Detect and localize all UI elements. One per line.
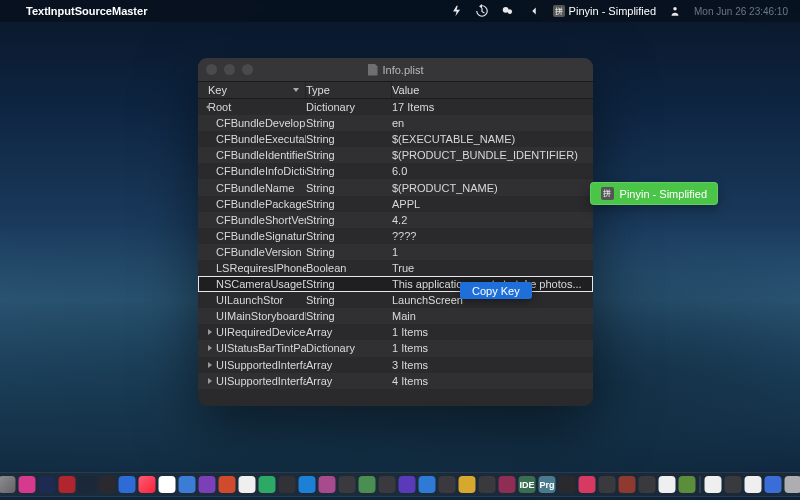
- row-value[interactable]: 3 Items: [392, 359, 593, 371]
- row-type[interactable]: Dictionary: [306, 101, 392, 113]
- dock-icon-app24[interactable]: [499, 476, 516, 493]
- close-button[interactable]: [206, 64, 217, 75]
- dock-icon-app25[interactable]: [559, 476, 576, 493]
- row-key[interactable]: CFBundleIdentifier: [198, 149, 306, 161]
- row-value[interactable]: True: [392, 262, 593, 274]
- minimize-button[interactable]: [224, 64, 235, 75]
- dock-icon-app18[interactable]: [379, 476, 396, 493]
- dock-icon-app29[interactable]: [639, 476, 656, 493]
- row-type[interactable]: String: [306, 246, 392, 258]
- dock-icon-app14[interactable]: [299, 476, 316, 493]
- row-type[interactable]: String: [306, 149, 392, 161]
- dock-icon-app34[interactable]: [745, 476, 762, 493]
- dock-icon-app20[interactable]: [419, 476, 436, 493]
- table-row[interactable]: CFBundleShortVersionStringString4.2: [198, 212, 593, 228]
- row-value[interactable]: 1 Items: [392, 326, 593, 338]
- row-value[interactable]: $(EXECUTABLE_NAME): [392, 133, 593, 145]
- timemachine-icon[interactable]: [475, 4, 489, 18]
- app-name[interactable]: TextInputSourceMaster: [26, 5, 147, 17]
- dock-icon-app23[interactable]: [479, 476, 496, 493]
- dock-icon-app17[interactable]: [359, 476, 376, 493]
- row-type[interactable]: String: [306, 133, 392, 145]
- table-row[interactable]: UIMainStoryboardFileStringMain: [198, 308, 593, 324]
- chevron-left-icon[interactable]: [527, 4, 541, 18]
- user-switch-icon[interactable]: [668, 4, 682, 18]
- row-key[interactable]: CFBundleVersion: [198, 246, 306, 258]
- input-method-popup[interactable]: 拼 Pinyin - Simplified: [590, 182, 718, 205]
- table-row[interactable]: NSCameraUsageDescriptionStringThis appli…: [198, 276, 593, 292]
- row-value[interactable]: $(PRODUCT_NAME): [392, 182, 593, 194]
- row-value[interactable]: 1 Items: [392, 342, 593, 354]
- row-key[interactable]: UILaunchStor: [198, 294, 306, 306]
- row-type[interactable]: Boolean: [306, 262, 392, 274]
- row-type[interactable]: String: [306, 198, 392, 210]
- dock-icon-app36[interactable]: [785, 476, 801, 493]
- row-key[interactable]: UIStatusBarTintParameters: [198, 342, 306, 354]
- table-row[interactable]: UIStatusBarTintParametersDictionary1 Ite…: [198, 340, 593, 356]
- row-type[interactable]: String: [306, 310, 392, 322]
- row-key[interactable]: CFBundlePackageType: [198, 198, 306, 210]
- dock-icon-app26[interactable]: [579, 476, 596, 493]
- row-type[interactable]: String: [306, 182, 392, 194]
- row-key[interactable]: CFBundleSignature: [198, 230, 306, 242]
- dock-icon-app32[interactable]: [705, 476, 722, 493]
- dock-icon-music[interactable]: [139, 476, 156, 493]
- row-key[interactable]: Root: [198, 101, 306, 113]
- row-type[interactable]: Dictionary: [306, 342, 392, 354]
- dock-icon-app13[interactable]: [279, 476, 296, 493]
- row-value[interactable]: Main: [392, 310, 593, 322]
- table-row[interactable]: UISupportedInterfaceOrientationsArray3 I…: [198, 357, 593, 373]
- row-type[interactable]: String: [306, 294, 392, 306]
- table-row[interactable]: UIRequiredDeviceCapabilitiesArray1 Items: [198, 324, 593, 340]
- row-key[interactable]: UISupportedInterfaceOrientation...: [198, 375, 306, 387]
- row-value[interactable]: $(PRODUCT_BUNDLE_IDENTIFIER): [392, 149, 593, 161]
- dock-icon-app2[interactable]: [39, 476, 56, 493]
- row-key[interactable]: NSCameraUsageDescription: [198, 278, 306, 290]
- row-key[interactable]: UISupportedInterfaceOrientations: [198, 359, 306, 371]
- row-type[interactable]: String: [306, 214, 392, 226]
- dock-icon-app22[interactable]: [459, 476, 476, 493]
- row-key[interactable]: CFBundleInfoDictionaryVersion: [198, 165, 306, 177]
- input-method-indicator[interactable]: 拼Pinyin - Simplified: [553, 5, 656, 17]
- dock-icon-app8[interactable]: [179, 476, 196, 493]
- table-row[interactable]: LSRequiresIPhoneOSBooleanTrue: [198, 260, 593, 276]
- window-titlebar[interactable]: Info.plist: [198, 58, 593, 82]
- table-row[interactable]: CFBundleInfoDictionaryVersionString6.0: [198, 163, 593, 179]
- dock-icon-app30[interactable]: [659, 476, 676, 493]
- bolt-icon[interactable]: [449, 4, 463, 18]
- row-key[interactable]: UIRequiredDeviceCapabilities: [198, 326, 306, 338]
- row-key[interactable]: CFBundleDevelopmentRegion: [198, 117, 306, 129]
- row-value[interactable]: en: [392, 117, 593, 129]
- dock-icon-app11[interactable]: [239, 476, 256, 493]
- row-value[interactable]: 4 Items: [392, 375, 593, 387]
- row-key[interactable]: CFBundleName: [198, 182, 306, 194]
- row-key[interactable]: CFBundleShortVersionString: [198, 214, 306, 226]
- table-row[interactable]: UILaunchStorStringLaunchScreen: [198, 292, 593, 308]
- table-row[interactable]: CFBundleSignatureString????: [198, 228, 593, 244]
- dock-icon-steam[interactable]: [79, 476, 96, 493]
- zoom-button[interactable]: [242, 64, 253, 75]
- dock-icon-app10[interactable]: [219, 476, 236, 493]
- row-type[interactable]: String: [306, 165, 392, 177]
- table-row[interactable]: CFBundleExecutableString$(EXECUTABLE_NAM…: [198, 131, 593, 147]
- dock-icon-app7[interactable]: [159, 476, 176, 493]
- row-value[interactable]: 6.0: [392, 165, 593, 177]
- dock-icon-app1[interactable]: [19, 476, 36, 493]
- dock-icon-app12[interactable]: [259, 476, 276, 493]
- table-row[interactable]: RootDictionary17 Items: [198, 99, 593, 115]
- dock-icon-prg[interactable]: Prg: [539, 476, 556, 493]
- table-row[interactable]: UISupportedInterfaceOrientation...Array4…: [198, 373, 593, 389]
- dock-icon-bluething[interactable]: [119, 476, 136, 493]
- dock-icon-app28[interactable]: [619, 476, 636, 493]
- row-type[interactable]: String: [306, 278, 392, 290]
- row-value[interactable]: 4.2: [392, 214, 593, 226]
- row-type[interactable]: Array: [306, 326, 392, 338]
- row-type[interactable]: Array: [306, 375, 392, 387]
- table-row[interactable]: CFBundleIdentifierString$(PRODUCT_BUNDLE…: [198, 147, 593, 163]
- row-key[interactable]: UIMainStoryboardFile: [198, 310, 306, 322]
- dock-icon-app15[interactable]: [319, 476, 336, 493]
- column-header-type[interactable]: Type: [306, 82, 392, 98]
- dock-icon-app3[interactable]: [59, 476, 76, 493]
- table-row[interactable]: CFBundlePackageTypeStringAPPL: [198, 196, 593, 212]
- table-row[interactable]: CFBundleDevelopmentRegionStringen: [198, 115, 593, 131]
